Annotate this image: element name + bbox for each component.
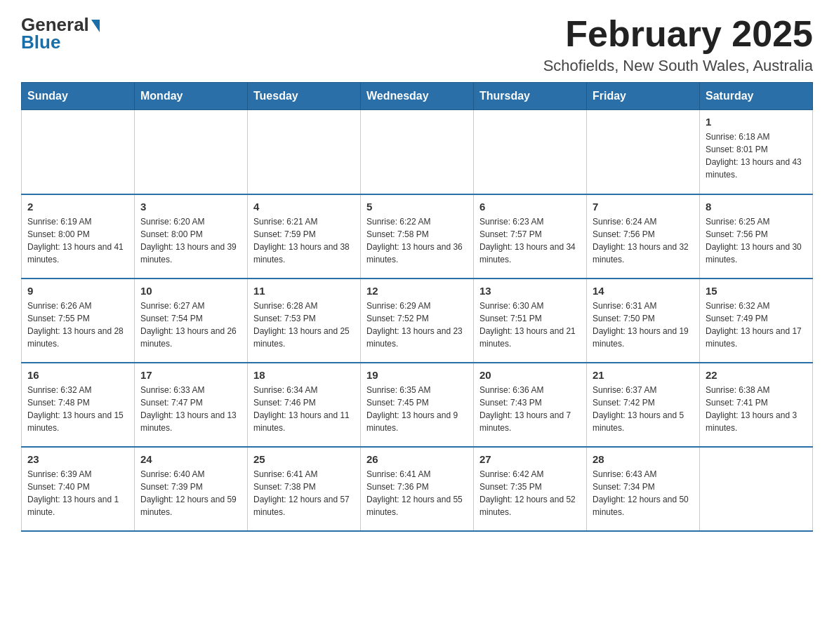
calendar-cell-w1-d6 xyxy=(587,110,700,194)
calendar-cell-w1-d7: 1Sunrise: 6:18 AM Sunset: 8:01 PM Daylig… xyxy=(700,110,813,194)
calendar-cell-w2-d2: 3Sunrise: 6:20 AM Sunset: 8:00 PM Daylig… xyxy=(135,194,248,279)
day-info: Sunrise: 6:32 AM Sunset: 7:49 PM Dayligh… xyxy=(706,300,807,350)
day-info: Sunrise: 6:42 AM Sunset: 7:35 PM Dayligh… xyxy=(479,468,581,518)
day-info: Sunrise: 6:41 AM Sunset: 7:36 PM Dayligh… xyxy=(366,468,468,518)
calendar-cell-w2-d5: 6Sunrise: 6:23 AM Sunset: 7:57 PM Daylig… xyxy=(474,194,587,279)
header-tuesday: Tuesday xyxy=(248,83,361,110)
day-info: Sunrise: 6:25 AM Sunset: 7:56 PM Dayligh… xyxy=(706,215,807,266)
day-number: 14 xyxy=(593,285,694,297)
header-saturday: Saturday xyxy=(700,83,813,110)
day-number: 7 xyxy=(593,201,694,213)
week-row-2: 2Sunrise: 6:19 AM Sunset: 8:00 PM Daylig… xyxy=(22,194,813,279)
calendar-cell-w1-d3 xyxy=(248,110,361,194)
calendar-cell-w1-d1 xyxy=(22,110,135,194)
day-info: Sunrise: 6:39 AM Sunset: 7:40 PM Dayligh… xyxy=(27,468,128,518)
calendar-cell-w2-d3: 4Sunrise: 6:21 AM Sunset: 7:59 PM Daylig… xyxy=(248,194,361,279)
day-number: 18 xyxy=(253,369,355,381)
calendar-cell-w5-d2: 24Sunrise: 6:40 AM Sunset: 7:39 PM Dayli… xyxy=(135,447,248,531)
day-number: 23 xyxy=(27,453,128,465)
calendar-cell-w5-d3: 25Sunrise: 6:41 AM Sunset: 7:38 PM Dayli… xyxy=(248,447,361,531)
day-number: 12 xyxy=(366,285,468,297)
calendar-header: Sunday Monday Tuesday Wednesday Thursday… xyxy=(22,83,813,110)
calendar-title: February 2025 xyxy=(543,14,813,54)
day-info: Sunrise: 6:41 AM Sunset: 7:38 PM Dayligh… xyxy=(253,468,355,518)
week-row-3: 9Sunrise: 6:26 AM Sunset: 7:55 PM Daylig… xyxy=(22,279,813,363)
day-info: Sunrise: 6:43 AM Sunset: 7:34 PM Dayligh… xyxy=(593,468,694,518)
day-number: 15 xyxy=(706,285,807,297)
logo-blue-text: Blue xyxy=(21,32,100,53)
calendar-cell-w3-d7: 15Sunrise: 6:32 AM Sunset: 7:49 PM Dayli… xyxy=(700,279,813,363)
day-number: 25 xyxy=(253,453,355,465)
calendar-cell-w5-d5: 27Sunrise: 6:42 AM Sunset: 7:35 PM Dayli… xyxy=(474,447,587,531)
week-row-5: 23Sunrise: 6:39 AM Sunset: 7:40 PM Dayli… xyxy=(22,447,813,531)
day-info: Sunrise: 6:37 AM Sunset: 7:42 PM Dayligh… xyxy=(593,384,694,434)
calendar-cell-w4-d1: 16Sunrise: 6:32 AM Sunset: 7:48 PM Dayli… xyxy=(22,363,135,447)
day-info: Sunrise: 6:22 AM Sunset: 7:58 PM Dayligh… xyxy=(366,215,468,266)
day-number: 21 xyxy=(593,369,694,381)
calendar-cell-w2-d7: 8Sunrise: 6:25 AM Sunset: 7:56 PM Daylig… xyxy=(700,194,813,279)
day-info: Sunrise: 6:23 AM Sunset: 7:57 PM Dayligh… xyxy=(479,215,581,266)
day-number: 28 xyxy=(593,453,694,465)
calendar-cell-w3-d1: 9Sunrise: 6:26 AM Sunset: 7:55 PM Daylig… xyxy=(22,279,135,363)
calendar-cell-w3-d3: 11Sunrise: 6:28 AM Sunset: 7:53 PM Dayli… xyxy=(248,279,361,363)
day-number: 17 xyxy=(140,369,241,381)
day-info: Sunrise: 6:26 AM Sunset: 7:55 PM Dayligh… xyxy=(27,300,128,350)
calendar-cell-w4-d2: 17Sunrise: 6:33 AM Sunset: 7:47 PM Dayli… xyxy=(135,363,248,447)
day-info: Sunrise: 6:20 AM Sunset: 8:00 PM Dayligh… xyxy=(140,215,241,266)
page-header: General Blue February 2025 Schofields, N… xyxy=(21,14,813,75)
calendar-cell-w4-d3: 18Sunrise: 6:34 AM Sunset: 7:46 PM Dayli… xyxy=(248,363,361,447)
calendar-cell-w3-d2: 10Sunrise: 6:27 AM Sunset: 7:54 PM Dayli… xyxy=(135,279,248,363)
day-number: 9 xyxy=(27,285,128,297)
logo-arrow-icon xyxy=(91,20,100,32)
week-row-4: 16Sunrise: 6:32 AM Sunset: 7:48 PM Dayli… xyxy=(22,363,813,447)
header-wednesday: Wednesday xyxy=(361,83,474,110)
day-number: 27 xyxy=(479,453,581,465)
day-info: Sunrise: 6:24 AM Sunset: 7:56 PM Dayligh… xyxy=(593,215,694,266)
day-number: 1 xyxy=(706,116,807,128)
header-monday: Monday xyxy=(135,83,248,110)
calendar-cell-w5-d7 xyxy=(700,447,813,531)
day-info: Sunrise: 6:21 AM Sunset: 7:59 PM Dayligh… xyxy=(253,215,355,266)
day-number: 24 xyxy=(140,453,241,465)
day-info: Sunrise: 6:33 AM Sunset: 7:47 PM Dayligh… xyxy=(140,384,241,434)
day-headers-row: Sunday Monday Tuesday Wednesday Thursday… xyxy=(22,83,813,110)
calendar-cell-w2-d6: 7Sunrise: 6:24 AM Sunset: 7:56 PM Daylig… xyxy=(587,194,700,279)
day-info: Sunrise: 6:34 AM Sunset: 7:46 PM Dayligh… xyxy=(253,384,355,434)
day-info: Sunrise: 6:38 AM Sunset: 7:41 PM Dayligh… xyxy=(706,384,807,434)
header-sunday: Sunday xyxy=(22,83,135,110)
calendar-cell-w5-d1: 23Sunrise: 6:39 AM Sunset: 7:40 PM Dayli… xyxy=(22,447,135,531)
day-info: Sunrise: 6:28 AM Sunset: 7:53 PM Dayligh… xyxy=(253,300,355,350)
calendar-cell-w2-d4: 5Sunrise: 6:22 AM Sunset: 7:58 PM Daylig… xyxy=(361,194,474,279)
day-info: Sunrise: 6:29 AM Sunset: 7:52 PM Dayligh… xyxy=(366,300,468,350)
day-number: 10 xyxy=(140,285,241,297)
day-info: Sunrise: 6:35 AM Sunset: 7:45 PM Dayligh… xyxy=(366,384,468,434)
day-number: 8 xyxy=(706,201,807,213)
day-number: 2 xyxy=(27,201,128,213)
calendar-cell-w4-d6: 21Sunrise: 6:37 AM Sunset: 7:42 PM Dayli… xyxy=(587,363,700,447)
calendar-cell-w1-d5 xyxy=(474,110,587,194)
day-info: Sunrise: 6:40 AM Sunset: 7:39 PM Dayligh… xyxy=(140,468,241,518)
calendar-cell-w5-d4: 26Sunrise: 6:41 AM Sunset: 7:36 PM Dayli… xyxy=(361,447,474,531)
calendar-cell-w1-d2 xyxy=(135,110,248,194)
calendar-cell-w4-d7: 22Sunrise: 6:38 AM Sunset: 7:41 PM Dayli… xyxy=(700,363,813,447)
day-number: 6 xyxy=(479,201,581,213)
day-number: 19 xyxy=(366,369,468,381)
title-area: February 2025 Schofields, New South Wale… xyxy=(543,14,813,75)
header-thursday: Thursday xyxy=(474,83,587,110)
day-number: 26 xyxy=(366,453,468,465)
day-number: 13 xyxy=(479,285,581,297)
header-friday: Friday xyxy=(587,83,700,110)
day-info: Sunrise: 6:30 AM Sunset: 7:51 PM Dayligh… xyxy=(479,300,581,350)
calendar-subtitle: Schofields, New South Wales, Australia xyxy=(543,57,813,75)
day-info: Sunrise: 6:36 AM Sunset: 7:43 PM Dayligh… xyxy=(479,384,581,434)
calendar-cell-w3-d5: 13Sunrise: 6:30 AM Sunset: 7:51 PM Dayli… xyxy=(474,279,587,363)
day-info: Sunrise: 6:32 AM Sunset: 7:48 PM Dayligh… xyxy=(27,384,128,434)
calendar-body: 1Sunrise: 6:18 AM Sunset: 8:01 PM Daylig… xyxy=(22,110,813,531)
day-number: 11 xyxy=(253,285,355,297)
day-number: 22 xyxy=(706,369,807,381)
day-number: 20 xyxy=(479,369,581,381)
day-info: Sunrise: 6:31 AM Sunset: 7:50 PM Dayligh… xyxy=(593,300,694,350)
logo: General Blue xyxy=(21,14,100,53)
week-row-1: 1Sunrise: 6:18 AM Sunset: 8:01 PM Daylig… xyxy=(22,110,813,194)
calendar-cell-w3-d6: 14Sunrise: 6:31 AM Sunset: 7:50 PM Dayli… xyxy=(587,279,700,363)
